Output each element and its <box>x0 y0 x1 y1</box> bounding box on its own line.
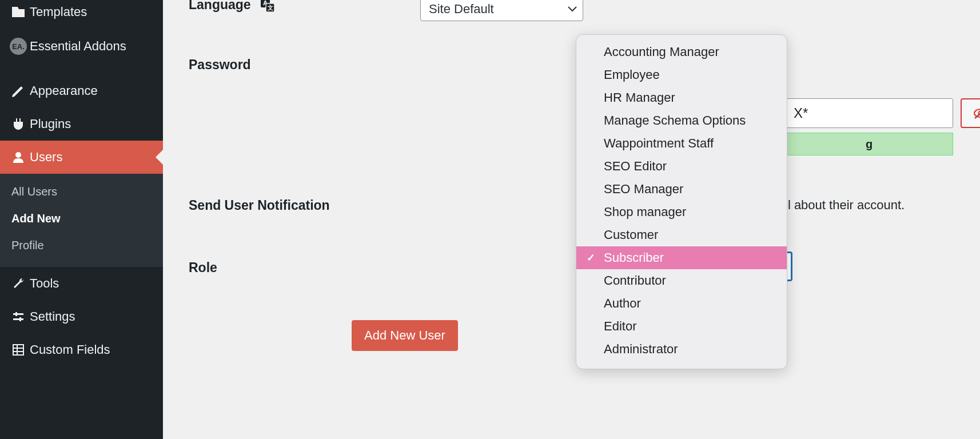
role-option-administrator[interactable]: Administrator <box>576 338 787 361</box>
sidebar-label: Appearance <box>30 83 156 98</box>
role-option-author[interactable]: Author <box>576 292 787 315</box>
role-option-hr-manager[interactable]: HR Manager <box>576 86 787 109</box>
custom-fields-icon <box>7 343 30 357</box>
label-language-text: Language <box>189 0 251 13</box>
role-option-shop-manager[interactable]: Shop manager <box>576 201 787 224</box>
role-option-seo-editor[interactable]: SEO Editor <box>576 155 787 178</box>
sidebar-label: Users <box>30 150 156 165</box>
appearance-icon <box>7 83 30 98</box>
sidebar-label: Templates <box>30 5 156 19</box>
password-value: X* <box>794 105 808 121</box>
eye-slash-icon <box>973 107 980 119</box>
password-strength: g <box>785 133 953 155</box>
language-value: Site Default <box>429 2 494 17</box>
sidebar-item-appearance[interactable]: Appearance <box>0 74 163 107</box>
role-option-manage-schema-options[interactable]: Manage Schema Options <box>576 109 787 132</box>
sidebar-subitem-all-users[interactable]: All Users <box>0 178 163 205</box>
sidebar-item-templates[interactable]: Templates <box>0 0 163 29</box>
svg-rect-2 <box>13 318 23 320</box>
svg-rect-5 <box>13 345 23 355</box>
sidebar-item-tools[interactable]: Tools <box>0 267 163 300</box>
sidebar-item-essential-addons[interactable]: EA. Essential Addons <box>0 29 163 64</box>
role-option-subscriber[interactable]: Subscriber <box>576 246 787 269</box>
role-dropdown-menu: Accounting Manager Employee HR Manager M… <box>576 34 787 369</box>
role-option-accounting-manager[interactable]: Accounting Manager <box>576 41 787 63</box>
sidebar-label: Tools <box>30 276 156 291</box>
templates-icon <box>7 6 30 18</box>
label-password: Password <box>189 57 420 73</box>
settings-icon <box>7 310 30 324</box>
sidebar-item-users[interactable]: Users <box>0 141 163 174</box>
svg-rect-3 <box>15 312 17 316</box>
sidebar-subitem-profile[interactable]: Profile <box>0 232 163 259</box>
role-option-editor[interactable]: Editor <box>576 315 787 338</box>
label-notification: Send User Notification <box>189 198 420 213</box>
users-icon <box>7 150 30 164</box>
password-input[interactable]: X* <box>785 98 953 128</box>
sidebar-label: Plugins <box>30 117 156 131</box>
svg-rect-4 <box>19 317 21 321</box>
role-option-contributor[interactable]: Contributor <box>576 269 787 292</box>
plugins-icon <box>7 117 30 131</box>
sidebar-item-custom-fields[interactable]: Custom Fields <box>0 333 163 366</box>
language-select[interactable]: Site Default <box>420 0 583 21</box>
essential-addons-icon: EA. <box>7 38 30 55</box>
sidebar-submenu: All Users Add New Profile <box>0 174 163 267</box>
hide-password-button[interactable]: Hide <box>961 98 980 128</box>
sidebar-subitem-add-new[interactable]: Add New <box>0 205 163 232</box>
translate-icon: A文 <box>260 0 275 13</box>
add-new-user-button[interactable]: Add New User <box>352 320 458 351</box>
role-option-wappointment-staff[interactable]: Wappointment Staff <box>576 132 787 155</box>
chevron-down-icon <box>568 6 577 12</box>
role-option-customer[interactable]: Customer <box>576 224 787 246</box>
password-strength-text: g <box>866 138 873 151</box>
tools-icon <box>7 277 30 290</box>
svg-rect-1 <box>13 313 23 315</box>
svg-point-0 <box>15 152 21 158</box>
svg-text:文: 文 <box>266 5 273 11</box>
sidebar-item-plugins[interactable]: Plugins <box>0 107 163 141</box>
admin-sidebar: Templates EA. Essential Addons Appearanc… <box>0 0 163 439</box>
label-role: Role <box>189 260 420 276</box>
label-language: Language A文 <box>189 0 420 13</box>
notification-helper-text: il about their account. <box>785 198 905 213</box>
role-option-seo-manager[interactable]: SEO Manager <box>576 178 787 201</box>
row-language: Language A文 Site Default <box>189 0 963 21</box>
content-area: Language A文 Site Default Password Send U… <box>163 0 980 439</box>
role-option-employee[interactable]: Employee <box>576 63 787 86</box>
sidebar-item-settings[interactable]: Settings <box>0 300 163 333</box>
sidebar-label: Settings <box>30 309 156 324</box>
sidebar-label: Essential Addons <box>30 39 156 54</box>
sidebar-label: Custom Fields <box>30 342 156 357</box>
